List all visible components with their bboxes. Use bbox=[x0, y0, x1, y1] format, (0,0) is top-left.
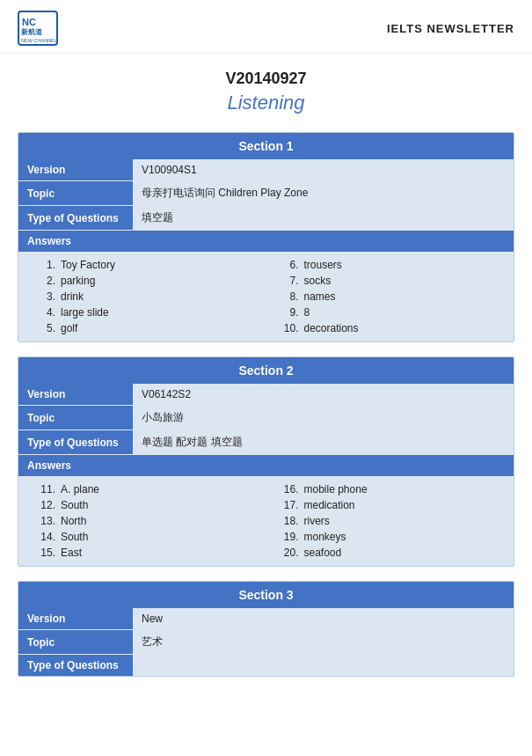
answer-number: 16. bbox=[280, 483, 299, 495]
list-item: 19.monkeys bbox=[280, 529, 506, 545]
answer-text: South bbox=[61, 499, 88, 511]
answer-text: East bbox=[61, 547, 82, 559]
topic-label: Topic bbox=[18, 181, 133, 205]
answer-number: 14. bbox=[36, 531, 55, 543]
list-item: 8.names bbox=[280, 289, 506, 305]
answer-number: 9. bbox=[280, 306, 299, 319]
answer-text: decorations bbox=[304, 322, 359, 334]
answer-text: A. plane bbox=[61, 483, 99, 495]
version-label: Version bbox=[18, 608, 133, 629]
section-1-answers-body: 1.Toy Factory2.parking3.drink4.large sli… bbox=[18, 252, 514, 341]
answer-number: 6. bbox=[280, 259, 299, 271]
section-1-version-row: Version V100904S1 bbox=[18, 159, 514, 181]
type-of-questions-value: 填空题 bbox=[133, 206, 514, 230]
version-label: Version bbox=[18, 159, 133, 180]
answer-text: drink bbox=[61, 290, 84, 303]
type-of-questions-value: 单选题 配对题 填空题 bbox=[133, 430, 514, 454]
list-item: 1.Toy Factory bbox=[36, 257, 262, 273]
section-2-topic-row: Topic 小岛旅游 bbox=[18, 406, 514, 430]
answer-text: rivers bbox=[304, 515, 330, 527]
section-3-topic-row: Topic 艺术 bbox=[18, 630, 514, 655]
answer-number: 20. bbox=[280, 547, 299, 559]
section-3-title: Section 3 bbox=[18, 582, 514, 608]
page-code: V20140927 bbox=[0, 70, 532, 88]
version-value: New bbox=[133, 608, 514, 629]
page-subject: Listening bbox=[0, 92, 532, 114]
answer-number: 5. bbox=[36, 322, 55, 334]
version-value: V100904S1 bbox=[133, 159, 514, 180]
answer-text: North bbox=[61, 515, 86, 527]
topic-value: 艺术 bbox=[133, 630, 514, 654]
type-of-questions-label: Type of Questions bbox=[18, 206, 133, 230]
list-item: 13.North bbox=[36, 513, 262, 529]
svg-text:NEW CHANNEL: NEW CHANNEL bbox=[21, 38, 57, 43]
section-1-topic-row: Topic 母亲打电话询问 Children Play Zone bbox=[18, 181, 514, 206]
section-2-answers-label: Answers bbox=[18, 455, 514, 476]
list-item: 6.trousers bbox=[280, 257, 506, 273]
topic-value: 小岛旅游 bbox=[133, 406, 514, 429]
section-3-version-row: Version New bbox=[18, 608, 514, 630]
answer-number: 19. bbox=[280, 531, 299, 543]
topic-value: 母亲打电话询问 Children Play Zone bbox=[133, 181, 514, 205]
answer-number: 18. bbox=[280, 515, 299, 527]
list-item: 18.rivers bbox=[280, 513, 506, 529]
svg-text:新航道: 新航道 bbox=[21, 27, 43, 36]
answer-number: 3. bbox=[36, 290, 55, 303]
list-item: 17.medication bbox=[280, 497, 506, 513]
answer-text: names bbox=[304, 290, 336, 303]
answer-text: Toy Factory bbox=[61, 259, 115, 271]
section-1-title: Section 1 bbox=[18, 133, 514, 159]
answer-number: 12. bbox=[36, 499, 55, 511]
section-block-3: Section 3 Version New Topic 艺术 Type of Q… bbox=[18, 581, 514, 677]
page-header: NC 新航道 NEW CHANNEL IELTS NEWSLETTER bbox=[0, 0, 532, 54]
answer-number: 2. bbox=[36, 275, 55, 287]
answer-text: parking bbox=[61, 275, 95, 287]
type-of-questions-value bbox=[133, 655, 514, 676]
answer-text: 8 bbox=[304, 306, 310, 319]
answer-number: 8. bbox=[280, 290, 299, 303]
list-item: 20.seafood bbox=[280, 545, 506, 561]
section-1-answers-label: Answers bbox=[18, 231, 514, 252]
list-item: 9.8 bbox=[280, 305, 506, 320]
list-item: 2.parking bbox=[36, 273, 262, 289]
answer-text: trousers bbox=[304, 259, 342, 271]
section-3-questions-type-row: Type of Questions bbox=[18, 655, 514, 676]
list-item: 14.South bbox=[36, 529, 262, 545]
type-of-questions-label: Type of Questions bbox=[18, 430, 133, 454]
answer-text: mobile phone bbox=[304, 483, 368, 495]
list-item: 3.drink bbox=[36, 289, 262, 305]
version-label: Version bbox=[18, 384, 133, 405]
answer-number: 17. bbox=[280, 499, 299, 511]
section-1-questions-type-row: Type of Questions 填空题 bbox=[18, 206, 514, 231]
list-item: 4.large slide bbox=[36, 305, 262, 320]
svg-text:NC: NC bbox=[22, 17, 36, 27]
list-item: 12.South bbox=[36, 497, 262, 513]
page-title-area: V20140927 Listening bbox=[0, 54, 532, 123]
answer-text: seafood bbox=[304, 547, 342, 559]
answer-text: South bbox=[61, 531, 88, 543]
topic-label: Topic bbox=[18, 630, 133, 654]
section-2-version-row: Version V06142S2 bbox=[18, 384, 514, 406]
list-item: 16.mobile phone bbox=[280, 481, 506, 497]
section-block-2: Section 2 Version V06142S2 Topic 小岛旅游 Ty… bbox=[18, 356, 514, 567]
list-item: 10.decorations bbox=[280, 320, 506, 336]
answer-number: 13. bbox=[36, 515, 55, 527]
section-2-title: Section 2 bbox=[18, 357, 514, 384]
section-block-1: Section 1 Version V100904S1 Topic 母亲打电话询… bbox=[18, 132, 514, 342]
answer-number: 10. bbox=[280, 322, 299, 334]
topic-label: Topic bbox=[18, 406, 133, 429]
list-item: 15.East bbox=[36, 545, 262, 561]
newsletter-label: IELTS NEWSLETTER bbox=[387, 22, 514, 35]
section-2-answers-body: 11.A. plane12.South13.North14.South15.Ea… bbox=[18, 476, 514, 566]
answer-number: 7. bbox=[280, 275, 299, 287]
list-item: 11.A. plane bbox=[36, 481, 262, 497]
list-item: 5.golf bbox=[36, 320, 262, 336]
answer-number: 4. bbox=[36, 306, 55, 319]
answer-number: 11. bbox=[36, 483, 55, 495]
answer-text: medication bbox=[304, 499, 355, 511]
answer-number: 15. bbox=[36, 547, 55, 559]
answer-text: large slide bbox=[61, 306, 109, 319]
answer-number: 1. bbox=[36, 259, 55, 271]
content-area: Section 1 Version V100904S1 Topic 母亲打电话询… bbox=[0, 123, 532, 708]
answer-text: socks bbox=[304, 275, 332, 287]
